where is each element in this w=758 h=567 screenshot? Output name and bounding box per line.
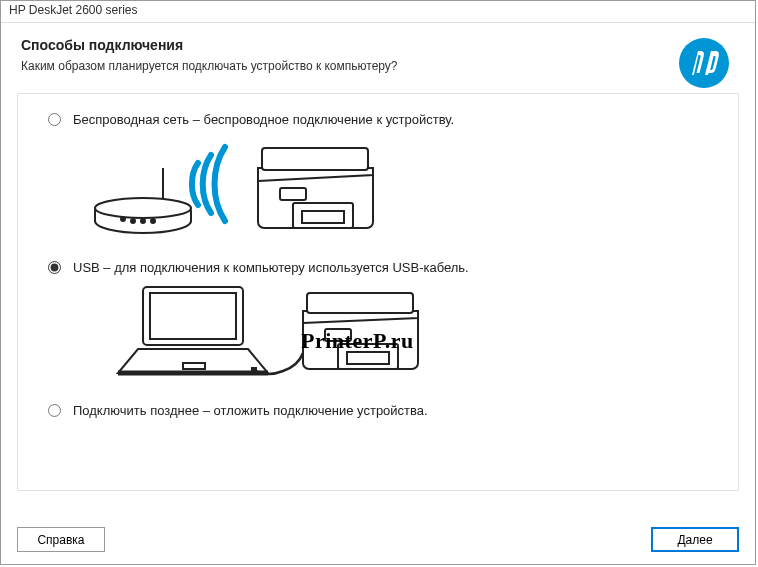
footer: Справка Далее [17, 527, 739, 552]
option-later-label: Подключить позднее – отложить подключени… [73, 403, 428, 418]
hp-logo-icon [678, 37, 730, 89]
svg-point-5 [131, 219, 135, 223]
illustration-usb [88, 281, 708, 389]
svg-rect-20 [325, 329, 351, 341]
help-button[interactable]: Справка [17, 527, 105, 552]
option-usb[interactable]: USB – для подключения к компьютеру испол… [48, 260, 708, 275]
radio-wireless[interactable] [48, 113, 61, 126]
svg-point-2 [95, 198, 191, 218]
illustration-wireless [88, 133, 708, 246]
option-wireless[interactable]: Беспроводная сеть – беспроводное подключ… [48, 112, 708, 127]
content-card: Беспроводная сеть – беспроводное подключ… [17, 93, 739, 491]
svg-rect-14 [150, 293, 236, 339]
installer-window: HP DeskJet 2600 series Способы подключен… [0, 0, 756, 565]
svg-rect-17 [251, 367, 257, 373]
page-title: Способы подключения [21, 37, 735, 53]
svg-rect-9 [262, 148, 368, 170]
window-title: HP DeskJet 2600 series [1, 1, 755, 23]
svg-rect-12 [302, 211, 344, 223]
svg-point-4 [121, 217, 125, 221]
svg-point-7 [151, 219, 155, 223]
page-subtitle: Каким образом планируется подключать уст… [21, 59, 735, 73]
svg-rect-16 [183, 363, 205, 369]
next-button[interactable]: Далее [651, 527, 739, 552]
svg-rect-22 [347, 352, 389, 364]
svg-rect-19 [307, 293, 413, 313]
radio-usb[interactable] [48, 261, 61, 274]
svg-point-0 [679, 38, 729, 88]
option-wireless-label: Беспроводная сеть – беспроводное подключ… [73, 112, 454, 127]
option-usb-label: USB – для подключения к компьютеру испол… [73, 260, 469, 275]
svg-rect-10 [280, 188, 306, 200]
radio-later[interactable] [48, 404, 61, 417]
header: Способы подключения Каким образом планир… [1, 23, 755, 83]
option-later[interactable]: Подключить позднее – отложить подключени… [48, 403, 708, 418]
svg-point-6 [141, 219, 145, 223]
